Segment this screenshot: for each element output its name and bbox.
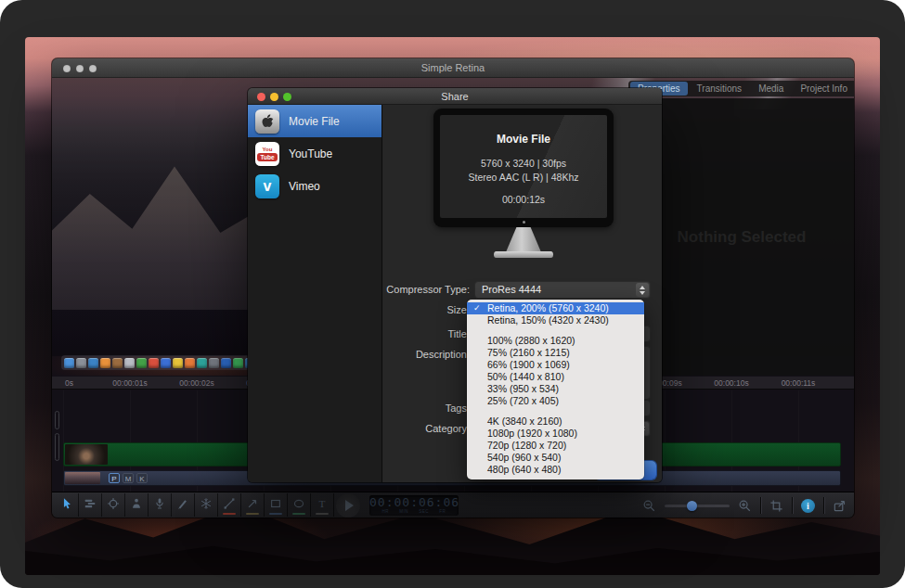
- category-label: Category:: [383, 423, 470, 434]
- zoom-out-icon[interactable]: [642, 499, 656, 513]
- monitor-screen: Movie File 5760 x 3240 | 30fps Stereo AA…: [440, 115, 607, 218]
- dock-app-icon: [136, 358, 147, 368]
- size-option-50-1440-x-810[interactable]: 50% (1440 x 810): [467, 371, 644, 383]
- compressor-type-value: ProRes 4444: [482, 284, 541, 295]
- select-tool-button[interactable]: [56, 493, 79, 517]
- size-option-label: 66% (1900 x 1069): [487, 359, 570, 370]
- size-option-label: 540p (960 x 540): [487, 452, 561, 463]
- svg-text:T: T: [319, 498, 326, 509]
- line-tool-button[interactable]: [218, 493, 241, 517]
- callout-tool-button[interactable]: [172, 493, 195, 517]
- freeze-frame-tool-button[interactable]: [195, 493, 218, 517]
- dock-app-icon: [173, 358, 183, 368]
- size-option-540p-960-x-540[interactable]: 540p (960 x 540): [467, 452, 644, 464]
- size-option-label: 4K (3840 x 2160): [487, 415, 562, 427]
- clip-thumbnail-camera: [65, 444, 108, 465]
- window-title: Simple Retina: [52, 62, 854, 73]
- size-option-66-1900-x-1069[interactable]: 66% (1900 x 1069): [467, 359, 644, 371]
- zoom-in-icon[interactable]: [738, 499, 752, 513]
- size-dropdown-menu: ✓Retina, 200% (5760 x 3240)Retina, 150% …: [467, 300, 644, 479]
- toolbar-divider-2: [792, 497, 793, 514]
- monitor-bezel: Movie File 5760 x 3240 | 30fps Stereo AA…: [433, 109, 614, 227]
- tags-label: Tags:: [383, 403, 470, 414]
- timecode-unit-label: FR: [439, 509, 446, 514]
- dock-app-icon: [185, 358, 195, 368]
- size-option-33-950-x-534[interactable]: 33% (950 x 534): [467, 383, 644, 395]
- text-tool-button[interactable]: T: [311, 493, 334, 517]
- apple-logo-dot: [523, 221, 525, 224]
- track-header-pill-2[interactable]: [55, 433, 59, 461]
- size-option-75-2160-x-1215[interactable]: 75% (2160 x 1215): [467, 347, 644, 359]
- gesture-tool-button[interactable]: [125, 493, 149, 517]
- dock-app-icon: [76, 358, 86, 368]
- crop-icon[interactable]: [769, 499, 783, 513]
- clip-option-button-p[interactable]: P: [109, 473, 120, 483]
- title-label: Title:: [383, 328, 470, 339]
- tab-project-info[interactable]: Project Info: [793, 82, 854, 96]
- dock-app-icon: [64, 358, 74, 368]
- rectangle-tool-button[interactable]: [265, 493, 288, 517]
- clip-track-buttons: PMK: [109, 473, 148, 483]
- export-duration: 00:00:12s: [440, 194, 607, 205]
- size-option-1080p-1920-x-1080[interactable]: 1080p (1920 x 1080): [467, 428, 644, 440]
- dock-app-icon: [149, 358, 159, 368]
- share-dialog-titlebar: Share: [248, 88, 662, 105]
- size-option-label: 33% (950 x 534): [487, 383, 559, 394]
- size-option-label: 75% (2160 x 1215): [487, 347, 570, 358]
- zoom-slider-knob[interactable]: [687, 501, 697, 511]
- export-preview-monitor: Movie File 5760 x 3240 | 30fps Stereo AA…: [433, 109, 614, 259]
- nothing-selected-text: Nothing Selected: [678, 228, 807, 247]
- size-option-25-720-x-405[interactable]: 25% (720 x 405): [467, 395, 644, 407]
- clip-option-button-m[interactable]: M: [123, 473, 134, 483]
- checkmark-icon: ✓: [473, 302, 481, 314]
- tool-buttons: T: [56, 493, 334, 517]
- pan-zoom-tool-button[interactable]: [102, 493, 125, 517]
- size-option-label: 720p (1280 x 720): [487, 440, 566, 451]
- ellipse-icon: [292, 497, 305, 513]
- line-icon: [223, 497, 236, 513]
- rect-icon: [269, 497, 282, 513]
- ellipse-tool-button[interactable]: [288, 493, 311, 517]
- size-option-retina-200-5760-x-3240[interactable]: ✓Retina, 200% (5760 x 3240): [467, 302, 644, 314]
- toolbar-divider: [760, 497, 761, 514]
- arrow-tool-button[interactable]: [241, 493, 265, 517]
- size-option-4k-3840-x-2160[interactable]: 4K (3840 x 2160): [467, 415, 644, 428]
- timeline-zoom-slider[interactable]: [665, 505, 730, 507]
- tab-transitions[interactable]: Transitions: [690, 82, 750, 96]
- dock-app-icon: [112, 358, 123, 368]
- size-option-label: 50% (1440 x 810): [487, 371, 564, 382]
- tool-color-underline: [269, 513, 282, 515]
- clips-tool-button[interactable]: [79, 493, 102, 517]
- size-option-720p-1280-x-720[interactable]: 720p (1280 x 720): [467, 440, 644, 452]
- timecode-units: HRMINSECFR: [369, 509, 459, 514]
- play-button[interactable]: [336, 493, 360, 518]
- snowflake-icon: [200, 497, 213, 513]
- export-icon[interactable]: [833, 499, 847, 513]
- description-label: Description:: [383, 349, 470, 360]
- size-option-100-2880-x-1620[interactable]: 100% (2880 x 1620): [467, 335, 644, 347]
- vimeo-icon: v: [255, 174, 279, 198]
- size-option-retina-150-4320-x-2430[interactable]: Retina, 150% (4320 x 2430): [467, 314, 644, 326]
- tool-color-underline: [246, 513, 259, 515]
- dock-app-icon: [221, 358, 231, 368]
- dock-app-icon: [161, 358, 171, 368]
- app-titlebar: Simple Retina: [52, 58, 854, 78]
- compressor-type-label: Compressor Type:: [383, 284, 470, 295]
- size-option-480p-640-x-480[interactable]: 480p (640 x 480): [467, 464, 644, 476]
- popup-stepper-icon: [636, 283, 649, 297]
- person-icon: [130, 497, 143, 513]
- size-option-label: 25% (720 x 405): [487, 395, 559, 406]
- destination-movie-file[interactable]: Movie File: [248, 105, 381, 137]
- destination-youtube[interactable]: YouTubeYouTube: [248, 137, 381, 170]
- menu-separator: [467, 326, 644, 335]
- tab-media[interactable]: Media: [751, 82, 791, 96]
- clip-option-button-k[interactable]: K: [136, 473, 148, 483]
- ruler-tick-label: 00:00:10s: [714, 378, 748, 388]
- microphone-tool-button[interactable]: [149, 493, 172, 517]
- ruler-tick-label: 00:00:02s: [179, 378, 213, 388]
- track-header-pill[interactable]: [55, 411, 59, 429]
- compressor-type-popup[interactable]: ProRes 4444: [474, 281, 651, 299]
- size-option-label: 100% (2880 x 1620): [487, 335, 575, 346]
- info-icon[interactable]: i: [801, 499, 815, 513]
- destination-vimeo[interactable]: vVimeo: [248, 170, 381, 202]
